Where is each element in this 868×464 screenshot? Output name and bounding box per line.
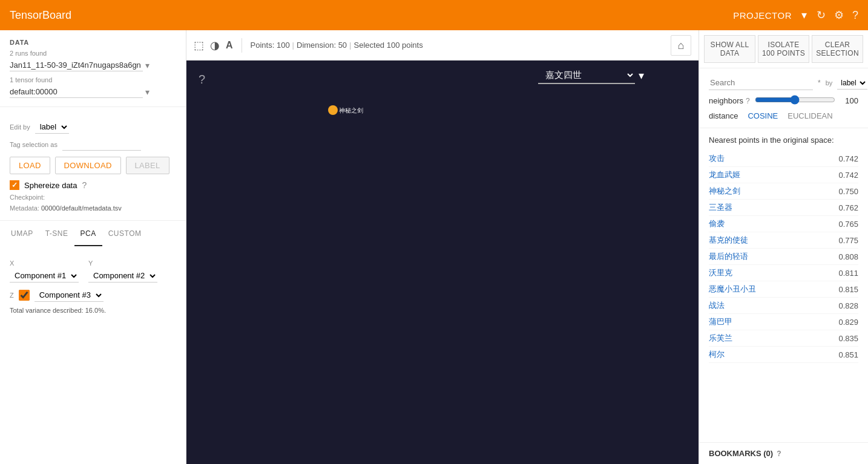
variance-label: Total variance described: 16.0%. (10, 307, 176, 314)
nearest-item-link[interactable]: 柯尔 (709, 349, 725, 360)
center-panel: ⬚ ◑ A Points: 100 | Dimension: 50 | Sele… (186, 30, 699, 464)
neighbors-slider[interactable] (755, 95, 835, 105)
projector-label: PROJECTOR (733, 10, 792, 21)
nearest-item: 神秘之剑0.750 (709, 183, 858, 200)
selected-text: Selected 100 points (354, 41, 423, 50)
nearest-item: 柯尔0.851 (709, 347, 858, 363)
tensor-found: 1 tensor found (10, 76, 176, 83)
data-label: DATA (10, 39, 176, 46)
edit-by-row: Edit by label (10, 120, 176, 134)
nearest-item-link[interactable]: 偷袭 (709, 218, 725, 229)
selection-box-icon[interactable]: ⬚ (194, 39, 204, 52)
viz-dot[interactable] (328, 105, 338, 115)
nearest-item-link[interactable]: 龙血武姬 (709, 169, 740, 180)
nearest-item-value: 0.835 (838, 334, 858, 343)
y-label: Y (88, 260, 157, 267)
night-mode-icon[interactable]: ◑ (210, 39, 220, 52)
z-checkbox[interactable] (19, 290, 30, 301)
metadata-value: 00000/default/metadata.tsv (41, 204, 122, 212)
nearest-section: Nearest points in the original space: 攻击… (699, 128, 868, 442)
by-select[interactable]: label (837, 77, 867, 90)
tensor-select[interactable]: default:00000 (10, 86, 143, 98)
run-select[interactable]: Jan11_11-50-39_iZt4n7nugaps8a6gn (10, 59, 143, 71)
runs-found: 2 runs found (10, 50, 176, 57)
euclidean-option[interactable]: EUCLIDEAN (787, 111, 832, 120)
tensor-dropdown-arrow: ▾ (145, 87, 150, 97)
metadata-row: Metadata: 00000/default/metadata.tsv (10, 204, 176, 212)
svg-rect-0 (186, 60, 368, 151)
nearest-item-value: 0.742 (838, 154, 858, 163)
label-mode-icon[interactable]: A (226, 40, 233, 51)
isolate-button[interactable]: Isolate 100 points (758, 35, 809, 63)
refresh-icon[interactable]: ↻ (817, 8, 826, 22)
nearest-item-link[interactable]: 乐芙兰 (709, 333, 732, 344)
nearest-item-value: 0.815 (838, 285, 858, 294)
help-icon[interactable]: ? (852, 9, 858, 22)
algo-tabs: UMAP T-SNE PCA CUSTOM (0, 220, 186, 246)
app-logo: TensorBoard (10, 9, 71, 22)
sphereize-help-icon[interactable]: ? (82, 180, 87, 190)
tab-pca[interactable]: PCA (74, 221, 102, 246)
viz-canvas[interactable]: 嘉文四世攻击最后的轻语乐芙兰神秘之剑漫森张赫宣龙血武姬朐皮孟瑶胡可暗器剑魔剑魔偷… (186, 60, 368, 151)
search-section: * by label ▾ neighbors ? 100 distance (699, 68, 868, 128)
sphereize-row: Sphereize data ? (10, 180, 176, 190)
main-layout: DATA 2 runs found Jan11_11-50-39_iZt4n7n… (0, 30, 868, 464)
nearest-item-link[interactable]: 基克的使徒 (709, 235, 748, 246)
nearest-item-link[interactable]: 最后的轻语 (709, 251, 748, 262)
bookmarks-help-icon[interactable]: ? (777, 449, 781, 458)
tab-tsne[interactable]: T-SNE (39, 221, 74, 246)
neighbors-slider-container (755, 95, 835, 106)
neighbors-help-icon[interactable]: ? (746, 97, 750, 105)
selected-point-overlay: 嘉文四世 ▾ (538, 67, 644, 84)
projector-dropdown-icon[interactable]: ▾ (801, 8, 807, 22)
home-button[interactable]: ⌂ (671, 35, 691, 56)
nearest-item-value: 0.851 (838, 350, 858, 359)
points-text: Points: 100 (251, 41, 290, 50)
selected-point-select[interactable]: 嘉文四世 (538, 67, 635, 84)
selected-point-dropdown-arrow[interactable]: ▾ (639, 69, 644, 82)
nearest-item-link[interactable]: 战法 (709, 300, 725, 311)
label-button[interactable]: Label (126, 157, 169, 174)
nearest-list: 攻击0.742龙血武姬0.742神秘之剑0.750三圣器0.762偷袭0.765… (709, 151, 858, 363)
tag-selection-input[interactable] (62, 139, 141, 151)
nearest-item-link[interactable]: 蒲巴甲 (709, 316, 732, 327)
nearest-item-value: 0.765 (838, 220, 858, 229)
distance-label: distance (709, 111, 738, 120)
z-component-select[interactable]: Component #3 (35, 289, 104, 302)
nearest-item-link[interactable]: 恶魔小丑小丑 (709, 284, 756, 295)
nearest-item: 沃里克0.811 (709, 265, 858, 281)
cosine-option[interactable]: COSINE (748, 111, 778, 120)
x-component-select[interactable]: Component #1 (10, 269, 79, 283)
nearest-item-link[interactable]: 攻击 (709, 153, 725, 164)
search-input[interactable] (709, 76, 813, 90)
nearest-item-link[interactable]: 沃里克 (709, 267, 732, 278)
edit-by-select[interactable]: label (35, 120, 69, 134)
distance-row: distance COSINE EUCLIDEAN (709, 111, 858, 120)
edit-section: Edit by label Tag selection as Load Down… (0, 106, 186, 220)
run-dropdown-row: Jan11_11-50-39_iZt4n7nugaps8a6gn ▾ (10, 59, 176, 71)
clear-selection-button[interactable]: Clear selection (812, 35, 863, 63)
action-buttons: Load Download Label (10, 157, 176, 174)
toolbar-separator (242, 38, 242, 53)
pca-config: X Component #1 Y Component #2 Z Componen… (0, 246, 186, 322)
tab-umap[interactable]: UMAP (5, 221, 39, 246)
download-button[interactable]: Download (55, 157, 121, 174)
nearest-item-link[interactable]: 神秘之剑 (709, 186, 740, 197)
bookmarks-label: BOOKMARKS (0) ? (709, 449, 858, 458)
checkpoint-label: Checkpoint: (10, 194, 45, 201)
nearest-item: 乐芙兰0.835 (709, 330, 858, 347)
nearest-item: 蒲巴甲0.829 (709, 314, 858, 330)
y-component-select[interactable]: Component #2 (88, 269, 157, 283)
xy-component-row: X Component #1 Y Component #2 (10, 260, 176, 283)
tab-custom[interactable]: CUSTOM (102, 221, 148, 246)
tag-row: Tag selection as (10, 139, 176, 151)
show-all-button[interactable]: Show All Data (704, 35, 755, 63)
topbar-icons: ↻ ⚙ ? (817, 8, 858, 22)
question-overlay[interactable]: ? (199, 73, 205, 87)
settings-icon[interactable]: ⚙ (834, 8, 844, 22)
nearest-item: 最后的轻语0.808 (709, 249, 858, 265)
load-button[interactable]: Load (10, 157, 50, 174)
nearest-item-link[interactable]: 三圣器 (709, 202, 732, 213)
sphereize-checkbox[interactable] (10, 180, 19, 190)
viz-stats: Points: 100 | Dimension: 50 | Selected 1… (251, 41, 423, 50)
